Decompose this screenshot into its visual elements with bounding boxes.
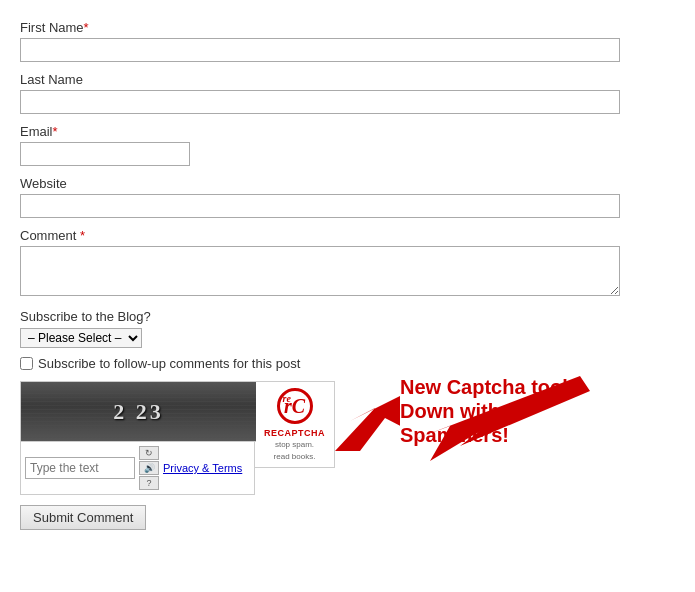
subscribe-group: Subscribe to the Blog? – Please Select –… xyxy=(20,309,675,348)
captcha-bottom: ↻ 🔊 ? Privacy & Terms xyxy=(21,442,254,494)
website-group: Website xyxy=(20,176,675,218)
comment-label: Comment * xyxy=(20,228,675,243)
captcha-help-button[interactable]: ? xyxy=(139,476,159,490)
last-name-group: Last Name xyxy=(20,72,675,114)
first-name-group: First Name* xyxy=(20,20,675,62)
first-name-input[interactable] xyxy=(20,38,620,62)
last-name-label: Last Name xyxy=(20,72,675,87)
first-name-label: First Name* xyxy=(20,20,675,35)
captcha-box: 2 23 ↻ 🔊 ? Privacy & Terms xyxy=(20,381,255,495)
captcha-refresh-button[interactable]: ↻ xyxy=(139,446,159,460)
email-label: Email* xyxy=(20,124,675,139)
captcha-audio-button[interactable]: 🔊 xyxy=(139,461,159,475)
captcha-wrapper: 2 23 ↻ 🔊 ? Privacy & Terms rC xyxy=(20,381,675,495)
subscribe-label: Subscribe to the Blog? xyxy=(20,309,675,324)
captcha-image-text: 2 23 xyxy=(113,399,164,425)
email-group: Email* xyxy=(20,124,675,166)
email-input[interactable] xyxy=(20,142,190,166)
submit-group: Submit Comment xyxy=(20,505,675,530)
subscribe-select[interactable]: – Please Select – Yes No xyxy=(20,328,142,348)
comment-group: Comment * xyxy=(20,228,675,299)
followup-label: Subscribe to follow-up comments for this… xyxy=(38,356,300,371)
captcha-controls: ↻ 🔊 ? xyxy=(139,446,159,490)
comment-textarea[interactable] xyxy=(20,246,620,296)
captcha-image: 2 23 xyxy=(21,382,256,442)
website-label: Website xyxy=(20,176,675,191)
annotation-text: New Captcha tool. Down with Spammers! xyxy=(400,375,600,447)
svg-marker-1 xyxy=(335,371,400,451)
privacy-link[interactable]: Privacy & Terms xyxy=(163,462,242,474)
last-name-input[interactable] xyxy=(20,90,620,114)
submit-button[interactable]: Submit Comment xyxy=(20,505,146,530)
annotation-container: New Captcha tool. Down with Spammers! xyxy=(270,366,600,456)
followup-checkbox[interactable] xyxy=(20,357,33,370)
form-container: First Name* Last Name Email* Website Com… xyxy=(20,20,675,530)
captcha-input[interactable] xyxy=(25,457,135,479)
website-input[interactable] xyxy=(20,194,620,218)
